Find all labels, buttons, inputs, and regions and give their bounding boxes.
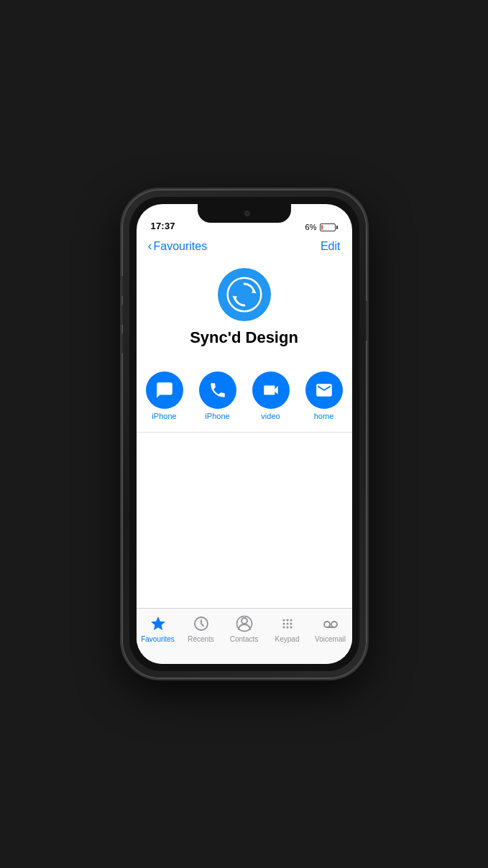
status-time: 17:37 [151, 221, 175, 231]
camera [244, 211, 250, 216]
tab-recents[interactable]: Recents [180, 614, 223, 643]
svg-point-10 [286, 623, 288, 625]
keypad-icon [278, 614, 297, 633]
phone-frame: 17:37 6% ‹ Favourites Edit [122, 190, 367, 678]
sync-icon [226, 277, 262, 313]
contact-section: Sync'd Design [137, 261, 352, 361]
video-icon [262, 381, 280, 400]
action-video-label: video [261, 412, 280, 420]
mail-button[interactable] [305, 371, 343, 409]
message-button[interactable] [146, 371, 183, 409]
tab-recents-label: Recents [188, 635, 214, 643]
battery-fill [321, 225, 323, 230]
svg-point-12 [282, 627, 285, 629]
edit-button[interactable]: Edit [321, 240, 341, 253]
svg-point-4 [241, 618, 247, 624]
tab-keypad-label: Keypad [275, 635, 300, 643]
battery-icon [320, 223, 338, 231]
svg-point-13 [286, 627, 288, 629]
phone-body: 17:37 6% ‹ Favourites Edit [129, 197, 359, 671]
battery-tip [336, 226, 338, 229]
power-button[interactable] [366, 301, 369, 341]
tab-bar: Favourites Recents [137, 608, 352, 664]
svg-point-15 [324, 622, 330, 627]
svg-point-7 [286, 619, 288, 622]
battery-percent: 6% [305, 223, 317, 231]
back-label: Favourites [154, 240, 208, 253]
action-mail-label: home [314, 412, 334, 420]
svg-point-9 [282, 623, 285, 625]
tab-favourites-label: Favourites [141, 635, 175, 643]
action-phone-label: iPhone [205, 412, 229, 420]
contacts-icon [235, 614, 254, 633]
phone-button[interactable] [199, 371, 236, 409]
favourites-icon [149, 614, 167, 633]
recents-icon [192, 614, 211, 633]
action-message-label: iPhone [152, 412, 176, 420]
nav-header: ‹ Favourites Edit [137, 236, 352, 261]
mail-icon [315, 381, 333, 400]
volume-down-button[interactable] [120, 333, 123, 354]
volume-up-button[interactable] [120, 305, 123, 325]
svg-point-8 [290, 619, 292, 622]
main-content [137, 433, 352, 608]
tab-contacts-label: Contacts [230, 635, 258, 643]
contact-name: Sync'd Design [190, 328, 298, 347]
battery-body [320, 223, 336, 231]
status-right: 6% [305, 223, 338, 231]
svg-point-16 [331, 622, 337, 627]
tab-keypad[interactable]: Keypad [266, 614, 309, 643]
svg-point-11 [290, 623, 292, 625]
contact-avatar [218, 268, 271, 321]
action-video: video [252, 371, 290, 420]
video-button[interactable] [252, 371, 290, 409]
tab-contacts[interactable]: Contacts [223, 614, 266, 643]
action-phone: iPhone [199, 371, 236, 420]
action-row: iPhone iPhone [137, 361, 352, 432]
phone-icon [208, 381, 227, 400]
tab-voicemail-label: Voicemail [315, 635, 346, 643]
voicemail-icon [321, 614, 340, 633]
action-message: iPhone [146, 371, 183, 420]
tab-favourites[interactable]: Favourites [137, 614, 180, 643]
back-button[interactable]: ‹ Favourites [148, 239, 208, 254]
screen: 17:37 6% ‹ Favourites Edit [137, 204, 352, 664]
action-mail: home [305, 371, 343, 420]
tab-voicemail[interactable]: Voicemail [309, 614, 352, 643]
volume-silent-button[interactable] [120, 276, 123, 296]
back-chevron-icon: ‹ [148, 239, 152, 254]
message-icon [155, 381, 174, 400]
svg-point-6 [282, 619, 285, 622]
notch [198, 204, 291, 223]
svg-point-14 [290, 627, 292, 629]
